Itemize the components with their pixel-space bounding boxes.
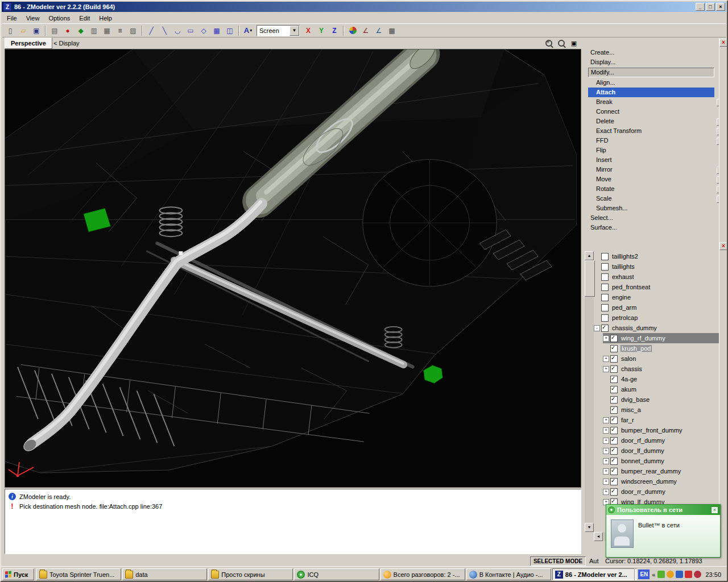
save-icon[interactable]: ▣ <box>30 25 43 36</box>
new-file-icon[interactable]: ▯ <box>4 25 16 36</box>
tree-checkbox[interactable] <box>610 376 618 383</box>
chevron-down-icon[interactable]: ▼ <box>289 26 299 36</box>
tree-expander-toggle[interactable]: + <box>603 417 609 423</box>
scroll-down-icon[interactable]: ▼ <box>585 523 594 532</box>
tray-icon[interactable] <box>685 571 692 578</box>
tree-item-label[interactable]: dvig_base <box>620 396 651 403</box>
tree-checkbox[interactable] <box>610 365 618 373</box>
tree-checkbox[interactable] <box>610 478 618 485</box>
text-tool-button[interactable]: A ▾ <box>242 25 254 36</box>
tree-checkbox[interactable] <box>610 406 618 414</box>
tree-item-label[interactable]: krush_pod <box>620 344 652 352</box>
tree-checkbox[interactable] <box>610 386 618 393</box>
taskbar-task[interactable]: В Контакте | Аудио -... <box>466 568 551 580</box>
tree-expander-toggle[interactable]: + <box>603 356 609 362</box>
command-item[interactable]: Break <box>588 97 714 107</box>
tree-item-label[interactable]: chassis_dummy <box>611 325 658 331</box>
close-tree-panel-icon[interactable]: × <box>719 242 727 250</box>
tree-expander-toggle[interactable]: + <box>603 366 609 372</box>
line-tool-icon[interactable]: ╱ <box>145 25 158 36</box>
tray-icon[interactable] <box>676 571 683 578</box>
tree-item[interactable]: taillights <box>594 261 719 272</box>
tree-checkbox[interactable] <box>601 325 609 332</box>
close-button[interactable]: × <box>716 3 725 11</box>
tree-item[interactable]: + bonnet_dummy <box>603 456 719 466</box>
tree-checkbox[interactable] <box>601 263 609 271</box>
command-item[interactable]: Display... <box>588 57 714 67</box>
tree-checkbox[interactable] <box>610 437 618 444</box>
titlebar[interactable]: Z 86 - ZModeler ver 2.2.2 (Build 964) _ … <box>2 2 726 12</box>
tree-item[interactable]: + bumper_rear_dummy <box>603 466 719 476</box>
tree-item[interactable]: ped_arm <box>594 302 719 313</box>
menu-item[interactable]: Help <box>94 14 117 23</box>
taskbar-task[interactable]: ICQ <box>294 568 379 580</box>
mesh-tool-icon[interactable]: ◫ <box>224 25 236 36</box>
tree-checkbox[interactable] <box>601 294 609 301</box>
maximize-button[interactable]: □ <box>706 3 715 11</box>
tree-checkbox[interactable] <box>610 417 618 424</box>
command-item[interactable]: Mirror <box>588 165 714 174</box>
tree-item[interactable]: + door_lf_dummy <box>603 446 719 456</box>
tree-checkbox[interactable] <box>610 488 618 496</box>
tree-checkbox[interactable] <box>610 468 618 475</box>
viewport-display-mode[interactable]: < Display <box>53 39 80 48</box>
tree-item[interactable]: ped_frontseat <box>594 282 719 292</box>
command-item[interactable]: Submesh... <box>588 203 714 213</box>
command-item[interactable]: Attach <box>588 88 714 97</box>
screenshot-icon[interactable]: ▤ <box>48 25 61 36</box>
viewport-3d[interactable] <box>5 49 581 488</box>
tree-item-label[interactable]: akum <box>620 386 638 393</box>
tree-item-label[interactable]: misc_a <box>620 406 642 413</box>
notification-body[interactable]: Bullet™ в сети <box>606 515 720 556</box>
tree-checkbox[interactable] <box>610 447 618 455</box>
tree-item[interactable]: petrolcap <box>594 313 719 323</box>
grid-tool-icon[interactable]: ▦ <box>210 25 223 36</box>
scroll-up-icon[interactable]: ▲ <box>585 251 594 260</box>
command-item[interactable]: FFD <box>588 136 714 146</box>
tree-item-label[interactable]: chassis <box>620 365 643 372</box>
tree-item-label[interactable]: exhaust <box>611 273 635 280</box>
command-item[interactable]: Modify... <box>588 68 714 77</box>
panel-scroll-strip[interactable] <box>719 38 728 555</box>
tree-checkbox[interactable] <box>601 284 609 291</box>
tree-item[interactable]: + door_rr_dummy <box>603 487 719 497</box>
tree-item[interactable]: + far_r <box>603 415 719 425</box>
tree-item-label[interactable]: ped_frontseat <box>611 284 651 290</box>
tree-item[interactable]: + chassis <box>603 364 719 374</box>
copy-icon[interactable]: ▥ <box>88 25 100 36</box>
tree-checkbox[interactable] <box>610 458 618 465</box>
taskbar-task[interactable]: Всего разговоров: 2 -... <box>380 568 465 580</box>
tree-item-label[interactable]: door_rf_dummy <box>620 437 666 444</box>
command-item[interactable]: Rotate <box>588 184 714 194</box>
tree-item-label[interactable]: bonnet_dummy <box>620 458 665 464</box>
tree-item[interactable]: exhaust <box>594 272 719 282</box>
command-item[interactable]: Surface... <box>588 223 714 232</box>
tree-expander-toggle[interactable]: + <box>603 489 609 495</box>
tree-item-label[interactable]: door_lf_dummy <box>620 447 665 454</box>
rotate-view-button[interactable] <box>346 25 359 36</box>
taskbar-task[interactable]: data <box>122 568 207 580</box>
tree-item-label[interactable]: windscreen_dummy <box>620 478 678 485</box>
tree-item-label[interactable]: bumper_front_dummy <box>620 427 684 434</box>
tree-item[interactable]: + windscreen_dummy <box>603 476 719 487</box>
screen-mode-dropdown[interactable]: Screen ▼ <box>257 25 300 36</box>
tree-checkbox[interactable] <box>610 345 618 352</box>
minimize-button[interactable]: _ <box>696 3 705 11</box>
menu-item[interactable]: Edit <box>75 14 94 23</box>
tree-item[interactable]: + bumper_front_dummy <box>603 425 719 435</box>
tree-item[interactable]: misc_a <box>603 405 719 415</box>
taskbar-task[interactable]: Просто скрины <box>208 568 293 580</box>
tree-vertical-scrollbar[interactable]: ▲ ▼ <box>585 251 594 532</box>
grid-snap-icon[interactable]: ▦ <box>386 25 398 36</box>
tree-checkbox[interactable] <box>610 335 618 342</box>
world-axes-icon[interactable]: ∠ <box>373 25 385 36</box>
tree-checkbox[interactable] <box>610 355 618 363</box>
tree-item[interactable]: dvig_base <box>603 394 719 405</box>
tree-checkbox[interactable] <box>601 304 609 311</box>
tray-icon[interactable] <box>667 571 674 578</box>
curve-tool-icon[interactable]: ◡ <box>171 25 184 36</box>
local-axes-icon[interactable]: ∠ <box>359 25 372 36</box>
tree-item-label[interactable]: petrolcap <box>611 314 639 321</box>
menu-item[interactable]: Options <box>44 14 75 23</box>
notification-titlebar[interactable]: Пользователь в сети × <box>606 505 720 515</box>
